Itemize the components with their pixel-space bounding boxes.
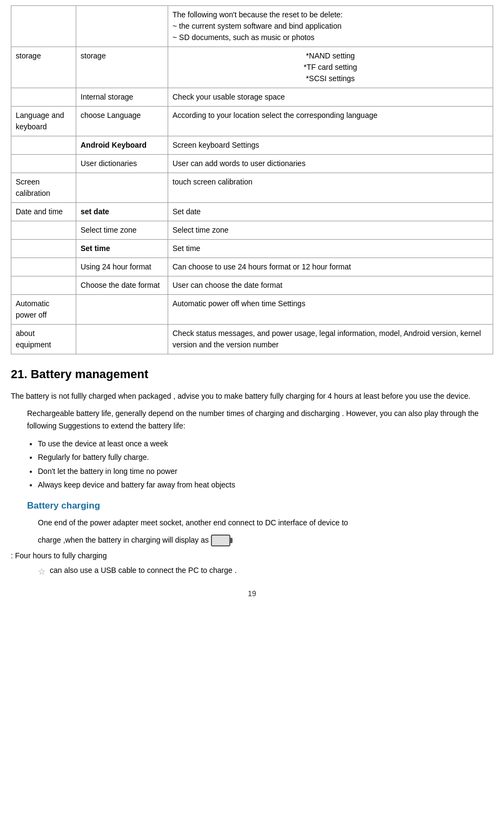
- table-row-col2: [76, 173, 168, 203]
- table-row-col3: touch screen calibration: [168, 173, 493, 203]
- table-row-col3: Set time: [168, 240, 493, 258]
- table-row-col1: [11, 136, 76, 155]
- section-title: 21. Battery management: [11, 367, 493, 381]
- table-row-col2: storage: [76, 47, 168, 88]
- charging-para-2: charge ,when the battery in charging wil…: [38, 534, 493, 547]
- table-row-col3: Check status messages, and power usage, …: [168, 325, 493, 354]
- battery-charging-icon: [211, 535, 230, 546]
- table-row-col2: choose Language: [76, 107, 168, 136]
- page-number: 19: [11, 589, 493, 598]
- table-row-col1: [11, 258, 76, 276]
- table-row-col2: [76, 325, 168, 354]
- charging-suffix-text: : Four hours to fully charging: [11, 551, 107, 560]
- settings-table: The following won't because the reset to…: [11, 5, 493, 354]
- list-item: To use the device at least once a week: [38, 437, 493, 451]
- battery-charging-heading: Battery charging: [27, 500, 493, 511]
- battery-life-para: Rechargeable battery life, generally dep…: [27, 407, 493, 432]
- usb-cable-note: ☆ can also use a USB cable to connect th…: [38, 564, 493, 579]
- table-row-col1: Automatic power off: [11, 295, 76, 325]
- usb-cable-text: can also use a USB cable to connect the …: [50, 564, 237, 576]
- table-row-col3: User can choose the date format: [168, 276, 493, 295]
- table-row-col1: storage: [11, 47, 76, 88]
- battery-tips-list: To use the device at least once a weekRe…: [38, 437, 493, 492]
- table-row-col1: [11, 6, 76, 47]
- table-row-col2: [76, 295, 168, 325]
- table-row-col2: User dictionaries: [76, 155, 168, 173]
- charging-prefix-text: charge ,when the battery in charging wil…: [38, 536, 209, 544]
- star-icon: ☆: [38, 565, 45, 579]
- table-row-col1: Date and time: [11, 203, 76, 221]
- table-row-col3: Check your usable storage space: [168, 88, 493, 107]
- table-row-col2: Internal storage: [76, 88, 168, 107]
- table-row-col3: Can choose to use 24 hours format or 12 …: [168, 258, 493, 276]
- table-row-col3: The following won't because the reset to…: [168, 6, 493, 47]
- table-row-col2: set date: [76, 203, 168, 221]
- list-item: Don't let the battery in long time no po…: [38, 465, 493, 478]
- table-row-col1: about equipment: [11, 325, 76, 354]
- table-row-col1: Language and keyboard: [11, 107, 76, 136]
- table-row-col1: Screen calibration: [11, 173, 76, 203]
- table-row-col3: Automatic power off when time Settings: [168, 295, 493, 325]
- table-row-col2: Android Keyboard: [76, 136, 168, 155]
- table-row-col2: Using 24 hour format: [76, 258, 168, 276]
- table-row-col3: Set date: [168, 203, 493, 221]
- list-item: Always keep device and battery far away …: [38, 478, 493, 492]
- table-row-col3: According to your location select the co…: [168, 107, 493, 136]
- table-row-col2: Select time zone: [76, 221, 168, 240]
- table-row-col1: [11, 240, 76, 258]
- table-row-col2: Set time: [76, 240, 168, 258]
- table-row-col2: [76, 6, 168, 47]
- table-row-col1: [11, 221, 76, 240]
- battery-intro-para: The battery is not fullly charged when p…: [11, 390, 493, 402]
- table-row-col1: [11, 88, 76, 107]
- table-row-col3: *NAND setting *TF card setting *SCSI set…: [168, 47, 493, 88]
- table-row-col3: Select time zone: [168, 221, 493, 240]
- table-row-col2: Choose the date format: [76, 276, 168, 295]
- table-row-col1: [11, 155, 76, 173]
- charging-para-1: One end of the power adapter meet socket…: [38, 517, 493, 530]
- table-row-col3: User can add words to user dictionaries: [168, 155, 493, 173]
- list-item: Regularly for battery fully charge.: [38, 451, 493, 464]
- table-row-col3: Screen keyboard Settings: [168, 136, 493, 155]
- table-row-col1: [11, 276, 76, 295]
